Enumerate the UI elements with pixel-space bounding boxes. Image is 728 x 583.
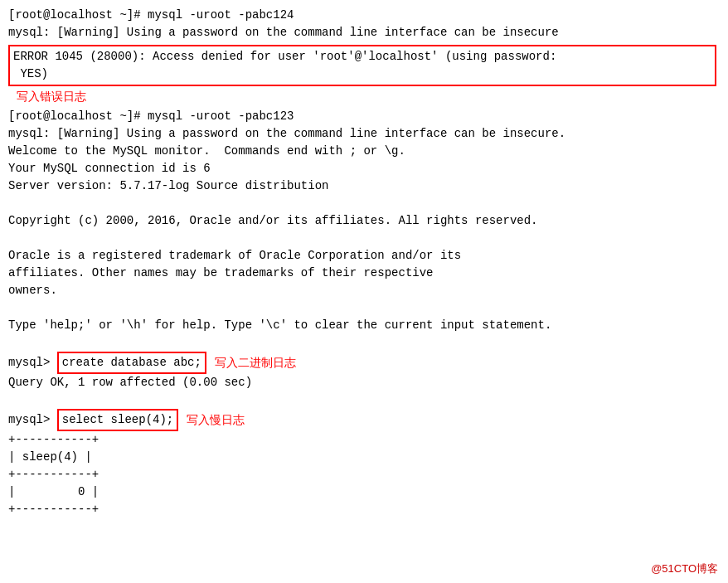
table-header: | sleep(4) |	[8, 449, 720, 466]
line-7: Welcome to the MySQL monitor. Commands e…	[8, 143, 720, 160]
cmd1-result: Query OK, 1 row affected (0.00 sec)	[8, 374, 720, 391]
line-15: owners.	[8, 282, 720, 299]
cmd1-label: 写入二进制日志	[215, 354, 296, 372]
cmd1-command: create database abc;	[57, 352, 206, 374]
table-border-1: +-----------+	[8, 431, 720, 449]
line-6: mysql: [Warning] Using a password on the…	[8, 125, 720, 143]
cmd2-row: mysql> select sleep(4); 写入慢日志	[8, 409, 720, 431]
line-5: [root@localhost ~]# mysql -uroot -pabc12…	[8, 108, 720, 125]
line-2: mysql: [Warning] Using a password on the…	[8, 24, 720, 41]
cmd2-command: select sleep(4);	[57, 409, 178, 431]
line-8: Your MySQL connection id is 6	[8, 160, 720, 177]
table-border-3: +-----------+	[8, 501, 720, 518]
watermark: @51CTO博客	[651, 561, 718, 577]
line-9: Server version: 5.7.17-log Source distri…	[8, 177, 720, 195]
line-1: [root@localhost ~]# mysql -uroot -pabc12…	[8, 7, 720, 24]
table-data: | 0 |	[8, 483, 720, 501]
line-blank-2	[8, 230, 720, 247]
line-14: affiliates. Other names may be trademark…	[8, 265, 720, 282]
error-label: 写入错误日志	[17, 90, 86, 103]
cmd1-prompt: mysql>	[8, 354, 57, 372]
cmd1-row: mysql> create database abc; 写入二进制日志	[8, 352, 720, 374]
cmd2-label: 写入慢日志	[187, 411, 245, 429]
terminal: [root@localhost ~]# mysql -uroot -pabc12…	[0, 0, 728, 583]
error-line-2: YES)	[13, 66, 711, 83]
error-block: ERROR 1045 (28000): Access denied for us…	[8, 45, 716, 86]
line-13: Oracle is a registered trademark of Orac…	[8, 247, 720, 265]
line-blank-4	[8, 334, 720, 352]
cmd2-prompt: mysql>	[8, 411, 57, 429]
line-blank-1	[8, 195, 720, 212]
line-blank-5	[8, 391, 720, 409]
line-17: Type 'help;' or '\h' for help. Type '\c'…	[8, 317, 720, 334]
line-blank-3	[8, 299, 720, 317]
table-border-2: +-----------+	[8, 466, 720, 483]
error-line-1: ERROR 1045 (28000): Access denied for us…	[13, 48, 711, 66]
line-11: Copyright (c) 2000, 2016, Oracle and/or …	[8, 212, 720, 230]
